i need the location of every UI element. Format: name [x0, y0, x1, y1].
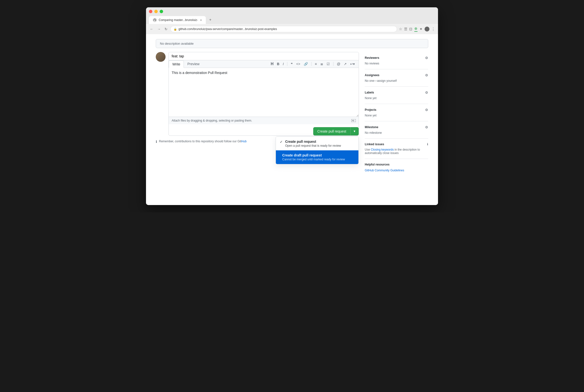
create-pr-button[interactable]: Create pull request: [313, 127, 350, 136]
create-pr-option-title: Create pull request: [285, 140, 341, 144]
task-list-icon[interactable]: ☑: [326, 62, 331, 66]
labels-gear-icon[interactable]: ⚙: [425, 90, 428, 94]
pr-title-input[interactable]: [169, 52, 359, 60]
reviewers-header: Reviewers ⚙: [365, 56, 428, 60]
italic-icon[interactable]: I: [282, 62, 285, 66]
pr-type-dropdown-menu: ✓ Create pull request Open a pull reques…: [276, 136, 359, 164]
new-tab-button[interactable]: +: [206, 16, 214, 24]
milestone-title: Milestone: [365, 126, 378, 129]
projects-gear-icon[interactable]: ⚙: [425, 108, 428, 112]
quote-icon[interactable]: ❝: [290, 62, 294, 66]
browser-chrome: Comparing master...brunoluiz- ✕ +: [146, 7, 438, 24]
maximize-button[interactable]: [160, 10, 163, 13]
linked-issues-title: Linked issues: [365, 142, 384, 146]
close-button[interactable]: [149, 10, 152, 13]
puzzle-icon[interactable]: ✦: [420, 27, 422, 31]
assignees-gear-icon[interactable]: ⚙: [425, 73, 428, 77]
pr-sidebar: Reviewers ⚙ No reviews Assignees ⚙ No on…: [365, 52, 428, 176]
labels-title: Labels: [365, 91, 374, 94]
submit-row: Create pull request ▼ ✓ Create pull requ…: [169, 127, 359, 136]
create-pr-option-content: Create pull request Open a pull request …: [285, 140, 341, 148]
assignees-value: No one—assign yourself: [365, 79, 428, 82]
info-icon: ℹ: [156, 140, 157, 144]
link-icon[interactable]: 🔗: [303, 62, 309, 66]
no-description-bar: No description available: [156, 39, 428, 48]
bookmark-icon[interactable]: ☆: [399, 27, 402, 31]
editor-area: This is a demonstration Pull Request: [169, 68, 359, 117]
sidebar-assignees-section: Assignees ⚙ No one—assign yourself: [365, 69, 428, 87]
create-draft-pr-option-title: Create draft pull request: [282, 153, 345, 157]
reply-icon[interactable]: ↩▾: [349, 62, 356, 66]
labels-value: None yet: [365, 96, 428, 100]
extensions-icon[interactable]: ⊕: [414, 26, 418, 32]
closing-keywords-link[interactable]: Closing keywords: [371, 148, 394, 151]
create-pr-option-desc: Open a pull request that is ready for re…: [285, 144, 341, 148]
preview-tab[interactable]: Preview: [184, 60, 203, 68]
helpful-resources-title: Helpful resources: [365, 163, 390, 166]
tab-close-button[interactable]: ✕: [200, 19, 202, 22]
reviewers-gear-icon[interactable]: ⚙: [425, 56, 428, 60]
browser-window: Comparing master...brunoluiz- ✕ + ← → ↻ …: [146, 7, 438, 205]
editor-tabs-left: Write Preview: [169, 60, 203, 68]
unordered-list-icon[interactable]: ≡: [314, 62, 318, 66]
mention-icon[interactable]: @: [336, 62, 341, 66]
labels-header: Labels ⚙: [365, 90, 428, 94]
submit-button-group: Create pull request ▼: [313, 127, 359, 136]
bold-icon[interactable]: B: [276, 62, 280, 66]
reference-icon[interactable]: ↗: [343, 62, 348, 66]
milestone-gear-icon[interactable]: ⚙: [425, 125, 428, 129]
heading-icon[interactable]: H: [270, 61, 275, 67]
pocket-icon[interactable]: ⊡: [409, 27, 412, 31]
linked-issues-header: Linked issues ℹ: [365, 142, 428, 146]
milestone-header: Milestone ⚙: [365, 125, 428, 129]
pr-body-textarea[interactable]: This is a demonstration Pull Request: [169, 68, 359, 117]
create-pr-option[interactable]: ✓ Create pull request Open a pull reques…: [276, 137, 358, 150]
pr-main: Write Preview H B I ❝ <> 🔗: [156, 52, 359, 176]
user-avatar-icon[interactable]: [424, 26, 430, 32]
tab-title: Comparing master...brunoluiz-: [159, 18, 198, 22]
editor-footer: Attach files by dragging & dropping, sel…: [169, 117, 359, 124]
linked-issues-info-icon[interactable]: ℹ: [427, 142, 428, 146]
guidelines-link[interactable]: Hub: [241, 140, 246, 143]
forward-button[interactable]: →: [156, 26, 162, 32]
page-content: No description available: [146, 34, 438, 205]
svg-text:MD: MD: [352, 120, 354, 122]
ordered-list-icon[interactable]: ≣: [319, 62, 324, 66]
traffic-lights: [149, 10, 435, 13]
info-text: Remember, contributions to this reposito…: [159, 140, 246, 143]
sidebar-linked-issues-section: Linked issues ℹ Use Closing keywords in …: [365, 139, 428, 159]
address-field[interactable]: 🔒 github.com/brunoluiz/pwa-server/compar…: [170, 26, 397, 32]
projects-title: Projects: [365, 108, 376, 112]
markdown-icon: MD: [351, 119, 356, 122]
helpful-resources-header: Helpful resources: [365, 163, 428, 166]
reload-button[interactable]: ↻: [164, 26, 168, 32]
minimize-button[interactable]: [154, 10, 158, 13]
milestone-value: No milestone: [365, 131, 428, 134]
editor-toolbar: H B I ❝ <> 🔗 ≡ ≣ ☑: [267, 60, 359, 68]
check-icon: ✓: [280, 140, 283, 148]
reviewers-value: No reviews: [365, 62, 428, 65]
menu-icon[interactable]: ⋮: [432, 27, 435, 31]
create-draft-pr-option[interactable]: Create draft pull request Cannot be merg…: [276, 150, 358, 164]
reading-list-icon[interactable]: ☰: [404, 27, 407, 31]
projects-value: None yet: [365, 114, 428, 117]
user-avatar: [156, 52, 166, 62]
toolbar-separator-2: [311, 62, 312, 66]
browser-toolbar-icons: ☆ ☰ ⊡ ⊕ ✦ ⋮: [399, 26, 435, 32]
reviewers-title: Reviewers: [365, 56, 379, 60]
back-button[interactable]: ←: [149, 26, 154, 32]
github-community-guidelines-link[interactable]: GitHub Community Guidelines: [365, 169, 404, 172]
toolbar-separator-3: [333, 62, 334, 66]
create-draft-pr-option-desc: Cannot be merged until marked ready for …: [282, 158, 345, 161]
lock-icon: 🔒: [174, 28, 177, 31]
sidebar-labels-section: Labels ⚙ None yet: [365, 87, 428, 104]
active-tab[interactable]: Comparing master...brunoluiz- ✕: [149, 16, 206, 24]
attach-hint: Attach files by dragging & dropping, sel…: [172, 119, 252, 122]
code-icon[interactable]: <>: [295, 62, 301, 66]
editor-tabs-row: Write Preview H B I ❝ <> 🔗: [169, 60, 359, 68]
write-tab[interactable]: Write: [169, 60, 184, 68]
tabs-bar: Comparing master...brunoluiz- ✕ +: [149, 16, 435, 24]
sidebar-projects-section: Projects ⚙ None yet: [365, 104, 428, 121]
pr-type-dropdown-button[interactable]: ▼: [350, 127, 359, 136]
pr-layout: Write Preview H B I ❝ <> 🔗: [156, 52, 428, 176]
